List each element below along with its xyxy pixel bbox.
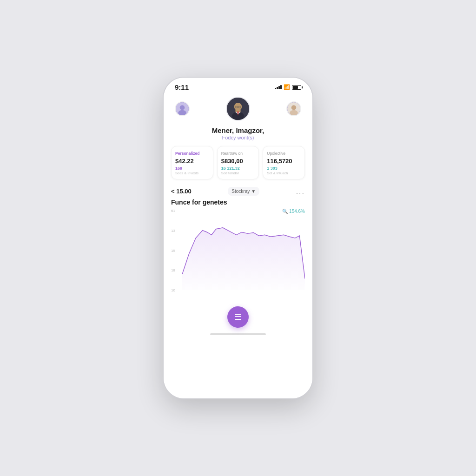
stat-sub-label-0: Sees & Invests <box>175 171 209 175</box>
stat-card-1[interactable]: Reartraw on $830,00 16 121.32 Sed falnda… <box>217 146 259 179</box>
phone-screen: 9:11 📶 <box>164 78 312 398</box>
phone-device: 9:11 📶 <box>164 78 312 398</box>
status-icons: 📶 <box>275 84 301 90</box>
chart-section: < 15.00 Stockray ▼ ... Funce for genetes… <box>164 187 312 302</box>
chart-dropdown-label: Stockray <box>231 189 250 194</box>
stat-label-1: Reartraw on <box>221 151 255 156</box>
stat-sub-2: 1 303 <box>267 166 301 171</box>
y-label-2: 15 <box>171 249 175 253</box>
chart-amount: < 15.00 <box>171 188 192 195</box>
chart-wrapper: 61 13 15 18 10 🔍 154.6% <box>171 209 305 302</box>
chart-title: Funce for genetes <box>171 198 305 206</box>
stat-label-2: Upolective <box>267 151 301 156</box>
chart-header: < 15.00 Stockray ▼ ... <box>171 187 305 196</box>
stat-sub-label-1: Sed falndar <box>221 171 255 175</box>
stat-value-1: $830,00 <box>221 158 255 165</box>
y-label-3: 18 <box>171 268 175 272</box>
svg-point-14 <box>291 105 297 110</box>
user-info: Mener, Imagzor, Fodcy wont(s) <box>164 124 312 146</box>
svg-point-1 <box>180 105 185 110</box>
chart-svg <box>182 209 305 290</box>
y-label-4: 10 <box>171 288 175 292</box>
stats-row: Personalized $42.22 169 Sees & Invests R… <box>164 146 312 179</box>
signal-icon <box>275 85 282 89</box>
bottom-nav: ☰ <box>164 302 312 331</box>
chevron-down-icon: ▼ <box>251 189 256 194</box>
stat-sub-0: 169 <box>175 166 209 171</box>
chart-dropdown[interactable]: Stockray ▼ <box>228 187 259 196</box>
status-bar: 9:11 📶 <box>164 78 312 93</box>
battery-icon <box>292 85 301 90</box>
stat-value-2: 116,5720 <box>267 158 301 165</box>
user-subtitle: Fodcy wont(s) <box>164 135 312 140</box>
fab-icon: ☰ <box>234 312 242 322</box>
home-indicator <box>210 333 266 335</box>
status-time: 9:11 <box>175 83 189 91</box>
stat-card-0[interactable]: Personalized $42.22 169 Sees & Invests <box>171 146 213 179</box>
y-label-1: 13 <box>171 229 175 233</box>
chart-area <box>182 228 305 290</box>
stat-sub-label-2: Set & Intuach <box>267 171 301 175</box>
stat-value-0: $42.22 <box>175 158 209 165</box>
stat-sub-1: 16 121.32 <box>221 166 255 171</box>
wifi-icon: 📶 <box>284 84 290 90</box>
user-name: Mener, Imagzor, <box>164 126 312 134</box>
chart-more-button[interactable]: ... <box>296 187 305 196</box>
y-label-0: 61 <box>171 209 175 213</box>
avatar-main[interactable] <box>226 97 250 121</box>
stat-card-2[interactable]: Upolective 116,5720 1 303 Set & Intuach <box>263 146 305 179</box>
stat-label-0: Personalized <box>175 151 209 156</box>
chart-y-labels: 61 13 15 18 10 <box>171 209 175 292</box>
fab-button[interactable]: ☰ <box>227 306 249 328</box>
avatar-right[interactable] <box>286 101 301 116</box>
avatar-left[interactable] <box>175 101 190 116</box>
header-avatars <box>164 93 312 124</box>
